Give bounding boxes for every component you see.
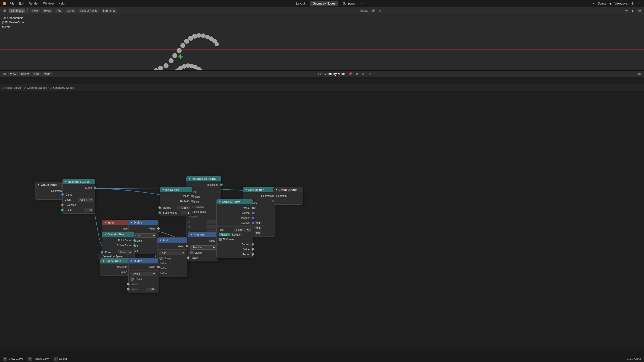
rc-count-input[interactable] — [84, 208, 93, 212]
ico-mesh-socket[interactable] — [191, 195, 194, 197]
sc-curves-socket[interactable] — [252, 243, 254, 246]
div2-val2-input[interactable] — [146, 288, 156, 291]
viewport-shading[interactable]: ◑ — [637, 8, 642, 13]
group-input-header[interactable]: ▼ Group Input — [35, 182, 65, 187]
add-header[interactable]: ▼ Add — [157, 238, 187, 243]
tab-geometry-nodes[interactable]: Geometry Nodes — [310, 1, 339, 6]
divide2-collapse[interactable]: ▼ — [131, 260, 133, 262]
ico-uvmap-socket[interactable] — [191, 200, 194, 202]
div2-clamp-checkbox[interactable] — [131, 278, 134, 281]
viewport-icon1[interactable]: ⋯ — [624, 8, 629, 13]
ds-sc-socket[interactable] — [133, 244, 136, 247]
sc-all-curves-checkbox[interactable] — [219, 238, 222, 241]
fraction-collapse[interactable]: ▼ — [190, 233, 193, 236]
ds-pc-socket[interactable] — [133, 239, 136, 242]
frac-clamp-checkbox[interactable] — [190, 251, 193, 254]
ico-radius-input[interactable] — [177, 206, 190, 209]
rc-curve-in-socket[interactable] — [61, 193, 64, 196]
divide1-collapse[interactable]: ▼ — [131, 221, 133, 224]
gn-select-btn[interactable]: Select — [19, 72, 31, 76]
group-output-header[interactable]: ▼ Group Output — [273, 187, 303, 192]
sc-pos-socket[interactable] — [252, 212, 254, 214]
div2-dropdown[interactable]: Divide — [131, 272, 156, 276]
viewport-mode-icon[interactable]: ⊞ — [2, 8, 7, 13]
gn-node-btn[interactable]: Node — [42, 72, 52, 76]
bc-item3[interactable]: Geometry Nodes — [53, 86, 74, 89]
tab-layout[interactable]: Layout — [293, 1, 308, 6]
menu-render[interactable]: Render — [27, 1, 41, 6]
st-header[interactable]: ▼ Scene Time — [100, 258, 130, 263]
viewport-icon2[interactable]: ◐ — [630, 8, 635, 13]
iop-header[interactable]: ▼ Instance on Points — [186, 176, 221, 181]
frac-dropdown[interactable]: Fraction — [190, 245, 216, 250]
sc-collapse[interactable]: ▼ — [219, 201, 221, 203]
divide2-header[interactable]: ▼ Divide — [129, 258, 158, 263]
set-pos-collapse[interactable]: ▼ — [245, 189, 247, 191]
ico-radius-socket[interactable] — [158, 206, 161, 209]
view-menu[interactable]: View — [30, 9, 40, 13]
ico-sphere-header[interactable]: ▼ Ico Sphere — [160, 187, 192, 192]
domain-size-collapse[interactable]: ▼ — [104, 233, 106, 236]
tab-scripting[interactable]: Scripting — [340, 1, 358, 6]
div1-val-out-socket[interactable] — [157, 227, 160, 230]
sc-float-dropdown[interactable]: Float — [234, 228, 251, 232]
transform-dropdown[interactable]: Global — [358, 9, 370, 12]
index-header[interactable]: ▼ Index — [102, 220, 132, 225]
sc-val2-socket[interactable] — [252, 248, 254, 251]
segments-menu[interactable]: Segments — [101, 9, 117, 13]
close-icon[interactable]: ✕ — [636, 1, 641, 6]
frac-val1-socket[interactable] — [187, 256, 189, 259]
curve-menu[interactable]: Curve — [65, 9, 76, 13]
gn-close-icon[interactable]: ✕ — [361, 71, 366, 76]
bc-item1[interactable]: BezierCurve — [6, 86, 21, 89]
ico-subdiv-socket[interactable] — [158, 211, 161, 214]
resample-curve-collapse[interactable]: ▼ — [65, 180, 67, 183]
add-collapse[interactable]: ▼ — [159, 239, 162, 241]
sc-factor-out-socket[interactable] — [252, 253, 254, 256]
div2-val-out-socket[interactable] — [157, 266, 160, 268]
proportional-icon[interactable]: ◎ — [378, 8, 383, 13]
select-menu[interactable]: Select — [41, 9, 53, 13]
edit-mode-btn[interactable]: Edit Mode — [9, 9, 25, 13]
div2-val1-socket[interactable] — [127, 283, 130, 285]
viewport-canvas[interactable] — [0, 14, 644, 77]
menu-file[interactable]: File — [8, 1, 16, 6]
gn-mode-icon[interactable]: ⊞ — [2, 71, 7, 76]
group-output-collapse[interactable]: ▼ — [275, 189, 277, 191]
snap-icon[interactable]: 🔗 — [371, 8, 376, 13]
ico-sphere-collapse[interactable]: ▼ — [162, 189, 164, 191]
add-menu[interactable]: Add — [55, 9, 64, 13]
divide1-header[interactable]: ▼ Divide — [129, 220, 158, 225]
gn-pin-icon[interactable]: 📌 — [348, 71, 353, 76]
gn-expand-icon[interactable]: ⤢ — [367, 71, 372, 76]
rc-curve-out-socket[interactable] — [94, 187, 96, 189]
sc-length-btn[interactable]: Length — [230, 233, 242, 236]
menu-help[interactable]: Help — [56, 1, 67, 6]
index-collapse[interactable]: ▼ — [104, 221, 106, 224]
add-clamp-checkbox[interactable] — [159, 257, 163, 260]
bc-item2[interactable]: GeometryNodes — [27, 86, 47, 89]
ico-subdiv-input[interactable] — [181, 211, 190, 214]
gn-copy-icon[interactable]: ⧉ — [354, 71, 359, 76]
div2-val2-socket[interactable] — [127, 288, 130, 290]
rc-count-dropdown[interactable]: Count — [78, 198, 93, 202]
ds-curve-in-socket[interactable] — [101, 251, 103, 254]
set-pos-header[interactable]: ▼ Set Position — [243, 187, 275, 192]
group-input-collapse[interactable]: ▼ — [37, 184, 40, 186]
tab-add[interactable]: + — [359, 1, 365, 6]
rc-selection-socket[interactable] — [61, 204, 64, 206]
gn-right-icon[interactable]: ⊞ — [637, 71, 642, 76]
resample-curve-header[interactable]: ▼ Resample Curve — [63, 179, 95, 184]
rc-count-socket[interactable] — [61, 209, 64, 211]
go-extra-socket[interactable] — [272, 200, 274, 202]
settings-icon[interactable]: ⚙ — [630, 1, 635, 6]
fraction-header[interactable]: ▼ Fraction — [188, 232, 218, 237]
gn-view-btn[interactable]: View — [8, 72, 18, 76]
control-points-menu[interactable]: Control Points — [78, 9, 99, 13]
sc-tan-socket[interactable] — [252, 217, 254, 219]
menu-edit[interactable]: Edit — [17, 1, 26, 6]
blender-icon[interactable] — [2, 1, 7, 6]
add-dropdown[interactable]: Add — [159, 251, 185, 255]
sc-header[interactable]: ▼ Sample Curve — [217, 199, 253, 204]
sc-normal-socket[interactable] — [252, 222, 254, 224]
